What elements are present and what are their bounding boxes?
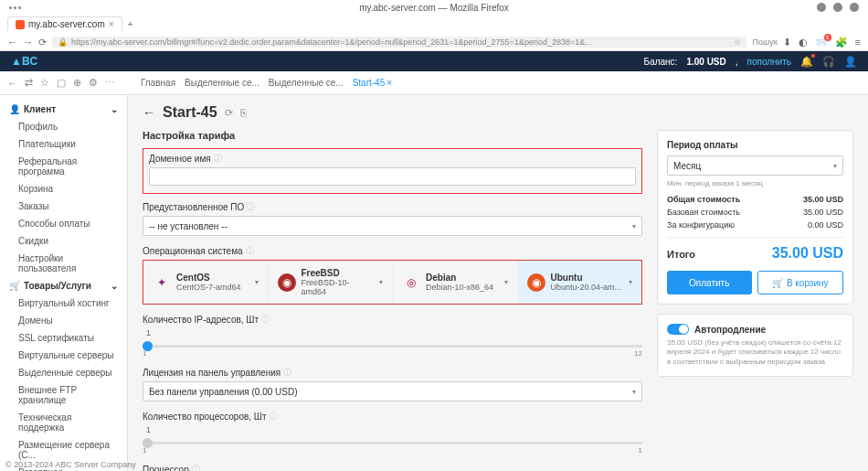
os-card-freebsd[interactable]: ◉ FreeBSDFreeBSD-10-amd64 ▾ xyxy=(269,261,394,304)
autorenew-label: Автопродление xyxy=(694,325,766,335)
os-card-centos[interactable]: ✦ CentOSCentOS-7-amd64 ▾ xyxy=(143,261,269,304)
inbox-icon[interactable]: 📨5 xyxy=(815,37,828,48)
os-card-debian[interactable]: ◎ DebianDebian-10-x86_64 ▾ xyxy=(393,261,518,304)
toolbar-circle-icon[interactable]: ⊕ xyxy=(73,77,81,89)
page-title: Start-45 xyxy=(163,104,217,121)
back-arrow-icon[interactable]: ← xyxy=(143,105,155,120)
preinstalled-label: Предустановленное ПОⓘ xyxy=(143,201,642,213)
period-select[interactable]: Месяц▾ xyxy=(667,155,843,176)
help-icon[interactable]: 🎧 xyxy=(822,56,835,68)
help-icon[interactable]: ⓘ xyxy=(192,464,200,471)
help-icon[interactable]: ⓘ xyxy=(214,153,222,165)
breadcrumb-item[interactable]: Выделенные се... xyxy=(185,78,259,88)
sidebar-item-discounts[interactable]: Скидки xyxy=(0,232,127,250)
help-icon[interactable]: ⓘ xyxy=(247,201,255,213)
toolbar-more-icon[interactable]: ⋯ xyxy=(105,77,115,89)
sidebar-item-support[interactable]: Техническая поддержка xyxy=(0,409,127,436)
sidebar-item-ssl[interactable]: SSL сертификаты xyxy=(0,329,127,347)
sidebar-item-profile[interactable]: Профиль xyxy=(0,118,127,135)
balance-label: Баланс: xyxy=(644,57,678,67)
refresh-icon[interactable]: ⟳ xyxy=(225,107,233,119)
copyright: © 2013-2024 ABC Server Company xyxy=(5,460,128,469)
breadcrumb-item[interactable]: Выделенные се... xyxy=(269,78,344,88)
logo[interactable]: ▲BC xyxy=(11,55,37,68)
browser-tab[interactable]: my.abc-server.com × xyxy=(7,16,122,31)
sidebar-item-orders[interactable]: Заказы xyxy=(0,198,127,215)
chevron-down-icon: ▾ xyxy=(833,162,837,170)
proc-label: Процессорⓘ xyxy=(143,464,642,471)
account-icon[interactable]: ◐ xyxy=(799,37,808,48)
pay-button[interactable]: Оплатить xyxy=(667,271,752,294)
centos-icon: ✦ xyxy=(153,273,171,292)
extensions-icon[interactable]: 🧩 xyxy=(835,37,848,48)
chevron-down-icon: ⌄ xyxy=(111,281,118,291)
back-button[interactable]: ← xyxy=(7,37,17,48)
period-title: Период оплаты xyxy=(667,140,843,150)
cpu-label: Количество процессоров, Штⓘ xyxy=(143,411,642,423)
sidebar-item-payment-methods[interactable]: Способы оплаты xyxy=(0,215,127,232)
topup-link[interactable]: пополнить xyxy=(747,57,791,67)
sidebar-item-vps[interactable]: Виртуальные серверы xyxy=(0,347,127,364)
tab-title: my.abc-server.com xyxy=(28,19,105,29)
os-label: Операционная системаⓘ xyxy=(143,245,642,257)
cart-icon: 🛒 xyxy=(772,278,783,288)
sidebar-item-cart[interactable]: Корзина xyxy=(0,180,127,198)
url-text: https://my.abc-server.com/billmgr#/func=… xyxy=(71,37,592,47)
reload-button[interactable]: ⟳ xyxy=(38,37,47,48)
address-bar[interactable]: 🔒 https://my.abc-server.com/billmgr#/fun… xyxy=(52,37,746,48)
panel-select[interactable]: Без панели управления (0.00 USD)▾ xyxy=(143,381,642,401)
ip-label: Количество IP-адресов, Штⓘ xyxy=(143,314,642,326)
chevron-down-icon: ▾ xyxy=(632,388,636,396)
chevron-down-icon: ▾ xyxy=(504,278,508,286)
sidebar-item-ftp[interactable]: Внешнее FTP хранилище xyxy=(0,381,127,409)
forward-button[interactable]: → xyxy=(23,37,33,48)
domain-input[interactable] xyxy=(149,167,636,186)
chevron-down-icon: ▾ xyxy=(379,278,383,286)
new-tab-button[interactable]: + xyxy=(122,18,139,29)
close-icon[interactable]: × xyxy=(386,78,392,88)
bell-icon[interactable]: 🔔 xyxy=(800,56,813,68)
ip-slider[interactable] xyxy=(143,345,642,348)
help-icon[interactable]: ⓘ xyxy=(283,367,291,379)
sidebar-section-goods[interactable]: 🛒 Товары/Услуги ⌄ xyxy=(0,277,127,294)
help-icon[interactable]: ⓘ xyxy=(261,314,270,326)
sidebar-item-payers[interactable]: Плательщики xyxy=(0,135,127,153)
os-card-ubuntu[interactable]: ◉ UbuntuUbuntu-20.04-am... ▾ xyxy=(518,261,642,304)
download-icon[interactable]: ⬇ xyxy=(783,37,791,48)
sidebar-item-domains[interactable]: Домены xyxy=(0,312,127,329)
window-controls[interactable] xyxy=(817,3,859,12)
total-value: 35.00 USD xyxy=(772,245,843,262)
sidebar-section-client[interactable]: 👤 Клиент ⌄ xyxy=(0,101,127,118)
total-label: Итого xyxy=(667,249,695,260)
period-note: Мин. период заказа 1 месяц xyxy=(667,179,843,187)
help-icon[interactable]: ⓘ xyxy=(270,411,278,423)
toolbar-box-icon[interactable]: ▢ xyxy=(57,77,66,89)
cart-button[interactable]: 🛒В корзину xyxy=(757,271,844,294)
balance-value: 1.00 USD xyxy=(686,57,725,67)
help-icon[interactable]: ⓘ xyxy=(246,245,254,257)
sidebar-item-user-settings[interactable]: Настройки пользователя xyxy=(0,250,127,277)
panel-label: Лицензия на панель управленияⓘ xyxy=(143,367,642,379)
preinstalled-select[interactable]: -- не установлен --▾ xyxy=(143,216,642,236)
toolbar-back-icon[interactable]: ← xyxy=(7,78,17,89)
breadcrumb-item-active[interactable]: Start-45× xyxy=(353,78,392,88)
search-label: Пошук xyxy=(752,37,777,47)
autorenew-toggle[interactable] xyxy=(667,324,689,335)
freebsd-icon: ◉ xyxy=(278,273,296,292)
sidebar-item-dedicated[interactable]: Выделенные серверы xyxy=(0,364,127,381)
breadcrumb: Главная Выделенные се... Выделенные се..… xyxy=(141,78,392,88)
cpu-slider[interactable] xyxy=(143,442,642,444)
autorenew-note: 35.00 USD (без учёта скидок) спишется со… xyxy=(667,338,843,367)
sidebar-item-referral[interactable]: Реферальная программа xyxy=(0,153,127,180)
menu-icon[interactable]: ≡ xyxy=(855,37,861,48)
window-title: my.abc-server.com — Mozilla Firefox xyxy=(359,3,509,13)
copy-icon[interactable]: ⎘ xyxy=(240,107,247,118)
close-tab-icon[interactable]: × xyxy=(109,19,114,29)
user-icon[interactable]: 👤 xyxy=(844,56,857,68)
sidebar-item-hosting[interactable]: Виртуальный хостинг xyxy=(0,294,127,312)
toolbar-nav-icon[interactable]: ⇄ xyxy=(25,77,33,89)
toolbar-star-icon[interactable]: ☆ xyxy=(40,77,49,89)
chevron-down-icon: ⌄ xyxy=(111,104,118,114)
toolbar-gear-icon[interactable]: ⚙ xyxy=(89,77,98,89)
breadcrumb-item[interactable]: Главная xyxy=(141,78,175,88)
